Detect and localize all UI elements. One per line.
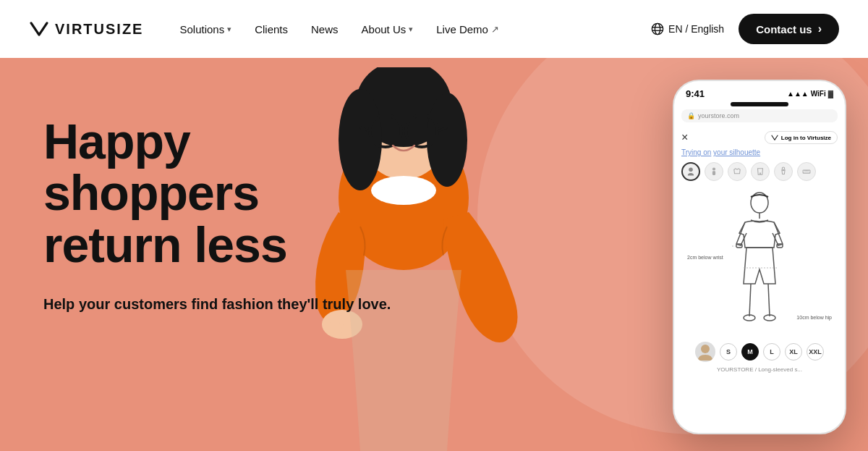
nav-item-news[interactable]: News — [301, 17, 349, 41]
hero-section: Happy shoppers return less Help your cus… — [0, 58, 868, 451]
globe-icon — [651, 22, 664, 35]
size-btn-xl[interactable]: XL — [785, 343, 802, 361]
sil-icon-pants[interactable] — [751, 162, 770, 181]
svg-rect-21 — [712, 171, 715, 175]
svg-point-19 — [689, 167, 693, 172]
sil-icon-avatar[interactable] — [681, 162, 700, 181]
phone-figure-area: 2cm below wrist 10cm below hip — [681, 190, 838, 334]
measurement-hip-label: 10cm below hip — [796, 315, 832, 320]
phone-notch — [731, 102, 788, 106]
phone-time: 9:41 — [686, 88, 705, 99]
hero-subtext: Help your customers find fashion they'll… — [43, 294, 405, 314]
sil-icon-shirt[interactable] — [728, 162, 746, 181]
contact-button[interactable]: Contact us › — [739, 14, 839, 44]
sil-icon-mannequin[interactable] — [774, 162, 793, 181]
size-btn-s[interactable]: S — [720, 343, 737, 361]
body-figure-svg — [723, 190, 796, 334]
external-link-icon: ↗ — [491, 24, 499, 35]
svg-line-32 — [768, 284, 770, 316]
size-selector-row: S M L XL XXL — [681, 342, 838, 362]
svg-point-0 — [652, 23, 663, 34]
nav-right: EN / English Contact us › — [651, 14, 839, 44]
chevron-down-icon: ▾ — [227, 25, 231, 34]
nav-item-solutions[interactable]: Solutions ▾ — [169, 17, 242, 41]
phone-store-label: YOURSTORE / Long-sleeved s... — [681, 366, 838, 373]
silhouette-selector — [681, 162, 838, 181]
measurement-wrist-label: 2cm below wrist — [687, 255, 723, 260]
svg-line-31 — [749, 284, 751, 316]
logo-icon — [29, 22, 49, 36]
brand-logo[interactable]: VIRTUSIZE — [29, 21, 143, 38]
navbar: VIRTUSIZE Solutions ▾ Clients News About… — [0, 0, 868, 58]
silhouette-link[interactable]: your silhouette — [713, 148, 760, 156]
phone-address-bar: 🔒 yourstore.com — [681, 109, 838, 122]
sil-icon-ruler[interactable] — [797, 162, 816, 181]
nav-item-clients[interactable]: Clients — [244, 17, 298, 41]
sil-icon-person[interactable] — [705, 162, 723, 181]
size-btn-xxl[interactable]: XXL — [807, 343, 824, 361]
svg-point-37 — [701, 345, 710, 353]
lock-icon: 🔒 — [687, 112, 695, 119]
svg-rect-30 — [777, 244, 783, 248]
svg-point-20 — [712, 167, 715, 170]
phone-status-icons: ▲▲▲ WiFi ▓ — [787, 90, 833, 98]
svg-point-22 — [782, 167, 785, 170]
phone-mockup: 9:41 ▲▲▲ WiFi ▓ 🔒 yourstore.com × Log in… — [673, 80, 846, 434]
signal-icon: ▲▲▲ — [787, 90, 809, 98]
battery-icon: ▓ — [828, 90, 833, 98]
language-selector[interactable]: EN / English — [651, 22, 724, 35]
size-btn-l[interactable]: L — [763, 343, 780, 361]
brand-name: VIRTUSIZE — [55, 21, 143, 38]
phone-app-content: × Log in to Virtusize Trying on your sil… — [674, 125, 845, 379]
phone-close-row: × Log in to Virtusize — [681, 131, 838, 144]
phone-status-bar: 9:41 ▲▲▲ WiFi ▓ — [674, 81, 845, 102]
hero-text-block: Happy shoppers return less Help your cus… — [43, 116, 405, 314]
phone-trying-on-text: Trying on your silhouette — [681, 148, 838, 156]
svg-point-8 — [427, 93, 467, 187]
arrow-right-icon: › — [818, 22, 822, 35]
nav-links: Solutions ▾ Clients News About Us ▾ Live… — [169, 17, 651, 41]
size-btn-m[interactable]: M — [741, 343, 759, 361]
svg-rect-29 — [736, 244, 742, 248]
size-user-avatar — [695, 342, 715, 362]
svg-point-1 — [655, 23, 660, 34]
wifi-icon: WiFi — [811, 90, 826, 98]
close-icon[interactable]: × — [681, 131, 688, 144]
nav-item-about[interactable]: About Us ▾ — [352, 17, 424, 41]
hero-headline: Happy shoppers return less — [43, 116, 405, 271]
login-button[interactable]: Log in to Virtusize — [765, 131, 838, 144]
nav-item-live-demo[interactable]: Live Demo ↗ — [426, 17, 509, 41]
chevron-down-icon: ▾ — [409, 25, 413, 34]
